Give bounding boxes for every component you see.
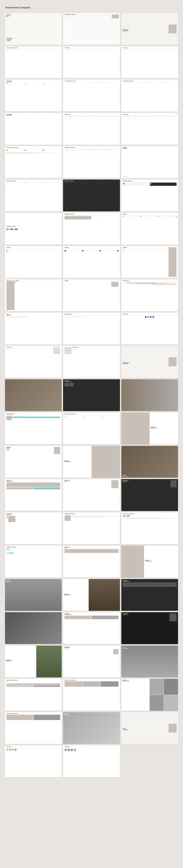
slide-63[interactable]: CreativeVisualization [121, 679, 178, 711]
slide-56[interactable]: CreativeVisualization [63, 612, 120, 644]
slide-11[interactable]: Table Slide HeaderHeaderHeaderHeader Dat… [63, 113, 120, 145]
slide-23-timeline: 1 2 3 4 [64, 250, 118, 251]
slide-19[interactable]: Business Strategy 87 metric 256 metric 1… [5, 213, 62, 245]
slide-66-content: 03 TeamSection [123, 725, 128, 731]
slide-40-content: BusinessModel 01 Item 03 Item [6, 447, 60, 454]
slide-36-photo [121, 379, 178, 411]
slide-45[interactable]: CompetitorAnalysis 01 Lorem ipsum [121, 479, 178, 511]
slide-43[interactable]: CreativeVisualization [5, 479, 62, 511]
slide-62[interactable]: Creative Visualization [63, 679, 120, 711]
slide-29[interactable]: Our Partners [63, 313, 120, 344]
slide-43-title: CreativeVisualization [6, 480, 60, 482]
slide-47[interactable]: Competitor Analysis Lorem ipsum dolor si… [63, 513, 120, 544]
cover-title: Pure BusinessPowerpointTemplate [7, 38, 13, 41]
slide-67[interactable]: Our Team Name Title Name Title [5, 745, 62, 777]
slide-64-title: Creative Visualization [6, 713, 60, 714]
slide-13[interactable]: Creative Visualization 87 metric 45 metr… [5, 146, 62, 178]
slide-33-title: PortfolioSection [123, 362, 130, 364]
slide-59[interactable]: MarketingStrategy Lorem ipsum dolor sit … [63, 646, 120, 677]
slide-23[interactable]: Timeline 1 2 3 4 [63, 246, 120, 278]
slide-26[interactable]: Timeline Lorem ipsum dolor sit amet [63, 279, 120, 311]
slide-2[interactable]: Presentation Agenda 01 — Introduction 02… [63, 13, 120, 45]
page-title: PowerPoint Template [5, 6, 31, 9]
slide-4[interactable]: Full Width Text Slide Lorem ipsum dolor … [5, 46, 62, 78]
slide-52[interactable]: CreativeVisualization [5, 579, 62, 611]
slide-34[interactable] [5, 379, 62, 411]
slide-9[interactable]: 3 Columns Text Slide Lorem ipsum dolor s… [121, 80, 178, 112]
slide-5-cols: Lorem ipsum dolor sit amet consectetur a… [64, 50, 118, 50]
slide-42[interactable]: CreativeVisualization [121, 446, 178, 478]
slide-29-title: Our Partners [64, 314, 118, 315]
slide-32[interactable]: Contact Us 📧 email@example.com 📞 +1 234 … [63, 346, 120, 378]
slide-57-layout: CompetitorAnalysis Lorem ipsum dolor sit… [123, 613, 177, 621]
slide-35[interactable]: CreativeVisualization [63, 379, 120, 411]
slide-50-text: Lorem ipsum dolor sit amet consectetur a… [64, 553, 118, 554]
slide-30[interactable]: Follow Us f t i in [121, 313, 178, 345]
slide-28[interactable]: OurPartners [5, 313, 62, 344]
slide-12-title: Table Slide [123, 114, 177, 115]
slide-57[interactable]: CompetitorAnalysis Lorem ipsum dolor sit… [121, 612, 178, 644]
slide-60[interactable]: CreativeVisualization [121, 646, 178, 678]
slide-49[interactable]: Market Validation 8.7K Users 1M Revenue [5, 546, 62, 578]
slide-27-title: Action Plan [123, 280, 177, 281]
section-num-33: 02 [123, 359, 130, 362]
slide-5[interactable]: Text Slide Lorem ipsum dolor sit amet co… [63, 46, 120, 78]
main-container: PowerPoint Template Pure BusinessPowerpo… [0, 0, 183, 782]
slide-37[interactable]: Business Model Lorem ipsum dolor sit ame… [5, 412, 62, 444]
slide-54[interactable]: CreativeVisualization [121, 579, 178, 611]
slide-44[interactable]: MarketingPlan 01 Lorem ipsum dolor [63, 479, 120, 511]
slide-46[interactable]: CompetitorAnalysis 01 02 [5, 513, 62, 544]
slide-10[interactable]: 3 ColumnsText Slide 01 Lorem ipsum dolor… [5, 113, 62, 145]
slide-1[interactable]: Pure BusinessPowerpointTemplate Presenta… [5, 13, 62, 45]
slide-21[interactable]: Timeline 01 02 03 04 [121, 213, 178, 245]
slide-31[interactable]: Contact Us 📧 email@example.com 📞 +1 234 … [5, 346, 62, 378]
slide-55-photo [5, 612, 62, 644]
slide-17[interactable]: Business Strategy 01 Lorem ipsum dolor 0… [63, 180, 120, 211]
slide-20[interactable]: Business Strategy Lorem ipsum dolor sit … [63, 213, 120, 245]
slide-12[interactable]: Table Slide Col 1Col 2Col 3Col 4Col 5 AB… [121, 113, 178, 145]
slide-32-map [64, 347, 72, 354]
slide-50-title: MarketingPlan [64, 547, 118, 549]
slide-39[interactable]: CreativeVisualization Lorem ipsum dolor … [121, 412, 178, 444]
slide-15[interactable]: BusinessStrategy ◆ ◉ ▲ [121, 146, 178, 178]
slide-51[interactable]: CreativeVisualization Lorem ipsum dolor [121, 546, 178, 578]
slide-14[interactable]: Competitor Analysis UsComp AComp B Featu… [63, 146, 120, 178]
slide-58[interactable]: Marketing &Strategy Lorem ipsum dolor [5, 646, 62, 677]
slide-55[interactable] [5, 612, 62, 644]
slide-68[interactable]: Our Team Member 1 Member 2 [63, 745, 120, 777]
slide-22-title: Timeline [6, 247, 60, 248]
slide-14-table: UsComp AComp B Feature 1✓✓— Feature 2✓—✓… [64, 149, 118, 153]
slide-25[interactable]: Timeline 2020 2021 [5, 279, 62, 311]
slide-26-content: Lorem ipsum dolor sit amet [64, 282, 118, 287]
slide-40[interactable]: BusinessModel 01 Item 03 Item [5, 446, 62, 478]
slide-34-photo [5, 379, 62, 411]
slide-27[interactable]: Action Plan Task A Task B [121, 279, 178, 311]
slide-3-img [168, 25, 177, 33]
slide-66[interactable]: 03 TeamSection [121, 712, 178, 744]
slide-16[interactable]: Business Strategy ✓ Strategy 01 ✓ Strate… [5, 180, 62, 211]
slide-53[interactable]: CreativeVisualization [63, 579, 120, 611]
slide-8[interactable]: 2 Columns Text Slide Lorem ipsum dolor s… [63, 80, 120, 112]
slide-18[interactable]: Business Strategy Point A Point B [121, 180, 178, 212]
slide-66-img [168, 723, 177, 733]
slide-6[interactable]: Text Slide Lorem ipsum dolor sit amet co… [121, 46, 178, 79]
slide-3[interactable]: 01 BusinessSection [121, 13, 178, 45]
blob-yellow [10, 14, 12, 16]
slide-48[interactable]: Creative Visualization 67% Metric A 85% … [121, 513, 178, 545]
slide-36[interactable] [121, 379, 178, 411]
slide-21-timeline [123, 216, 177, 217]
slide-22[interactable]: Timeline 2020 — Lorem ipsum event 2021 —… [5, 246, 62, 278]
slide-65[interactable]: CreativeVisualization [63, 712, 120, 744]
slide-48-stats: 67% Metric A 85% Metric B [123, 515, 177, 518]
slide-33[interactable]: 02 PortfolioSection [121, 346, 178, 378]
slide-38[interactable]: Keys to be Successful 01 Key point one 0… [63, 412, 120, 444]
slide-7[interactable]: 2 ColumnsText Slide Lorem ipsum dolor si… [5, 80, 62, 112]
slide-64[interactable]: Creative Visualization [5, 712, 62, 744]
cover-sub: Presentation Template [7, 41, 13, 42]
slide-41[interactable]: CreativeVisualization [63, 446, 120, 478]
slide-3-content: 01 BusinessSection [123, 26, 129, 32]
slide-50[interactable]: MarketingPlan Lorem ipsum dolor sit amet… [63, 546, 120, 578]
slide-46-title: CompetitorAnalysis [6, 514, 60, 515]
slide-24[interactable]: Timeline 2020 2021 2022 [121, 246, 178, 278]
slide-61[interactable]: Creative Visualization 01 Business Model [5, 679, 62, 711]
